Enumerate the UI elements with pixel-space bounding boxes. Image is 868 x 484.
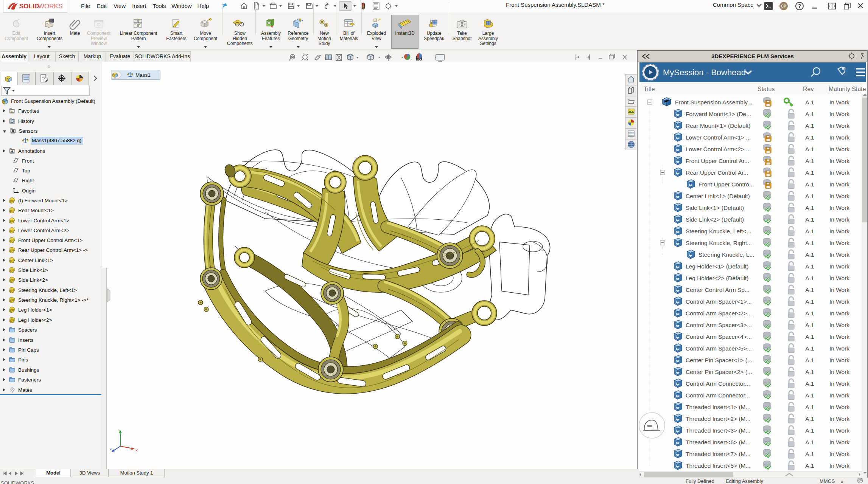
svg-text:Rear Upper Control Ar...: Rear Upper Control Ar...: [686, 169, 748, 176]
svg-text:In Work: In Work: [829, 451, 849, 457]
svg-text:Y: Y: [118, 429, 120, 433]
svg-text:A.1: A.1: [805, 263, 814, 270]
svg-text:In Work: In Work: [829, 134, 849, 141]
svg-text:Title: Title: [644, 86, 655, 92]
svg-text:A.1: A.1: [805, 181, 814, 188]
svg-text:WORKS: WORKS: [38, 3, 62, 10]
svg-text:Threaded Insert<1> (M...: Threaded Insert<1> (M...: [686, 404, 750, 410]
svg-text:Threaded Insert<5> (M...: Threaded Insert<5> (M...: [686, 462, 750, 469]
svg-text:In Work: In Work: [829, 427, 849, 434]
svg-text:Control Arm Connector...: Control Arm Connector...: [686, 380, 750, 387]
svg-text:In Work: In Work: [829, 99, 849, 105]
svg-text:A.1: A.1: [805, 205, 814, 211]
svg-text:Front Suspension Assembly...: Front Suspension Assembly...: [675, 99, 752, 105]
svg-text:In Work: In Work: [829, 462, 849, 469]
svg-text:Forward Mount<1> (De...: Forward Mount<1> (De...: [686, 111, 751, 117]
svg-text:Control Arm Spacer<4>...: Control Arm Spacer<4>...: [686, 334, 752, 340]
svg-text:Rev: Rev: [803, 86, 814, 92]
svg-text:In Work: In Work: [829, 146, 849, 152]
svg-text:A.1: A.1: [805, 158, 814, 164]
svg-text:A.1: A.1: [805, 298, 814, 305]
svg-text:In Work: In Work: [829, 298, 849, 305]
svg-text:Threaded Insert<3> (M...: Threaded Insert<3> (M...: [686, 427, 750, 434]
svg-text:A.1: A.1: [805, 416, 814, 422]
svg-text:Side Link<2> (Default): Side Link<2> (Default): [686, 216, 744, 223]
svg-text:Side Link<1> (Default): Side Link<1> (Default): [686, 205, 744, 211]
svg-text:Front Upper Control Ar...: Front Upper Control Ar...: [686, 158, 749, 164]
svg-text:In Work: In Work: [829, 322, 849, 328]
svg-text:A.1: A.1: [805, 146, 814, 152]
svg-text:Center Pin Spacer<1> (...: Center Pin Spacer<1> (...: [686, 357, 752, 363]
svg-text:Control Arm Connector...: Control Arm Connector...: [686, 392, 750, 399]
svg-text:In Work: In Work: [829, 369, 849, 375]
svg-text:In Work: In Work: [829, 439, 849, 445]
svg-text:In Work: In Work: [829, 334, 849, 340]
svg-text:In Work: In Work: [829, 345, 849, 352]
svg-text:SOLID: SOLID: [19, 3, 39, 10]
svg-text:Center Pin Spacer<2> (...: Center Pin Spacer<2> (...: [686, 369, 752, 375]
svg-text:X: X: [135, 448, 138, 452]
svg-text:Leg Holder<1> (Default): Leg Holder<1> (Default): [686, 263, 748, 270]
svg-text:Threaded Insert<2> (M...: Threaded Insert<2> (M...: [686, 416, 750, 422]
svg-text:A.1: A.1: [805, 462, 814, 469]
svg-text:Center Link<1> (Default): Center Link<1> (Default): [686, 193, 750, 199]
svg-text:Steering Knuckle, Right...: Steering Knuckle, Right...: [686, 240, 752, 246]
svg-text:A.1: A.1: [805, 275, 814, 281]
svg-text:In Work: In Work: [829, 181, 849, 188]
svg-text:In Work: In Work: [829, 240, 849, 246]
svg-text:A.1: A.1: [805, 251, 814, 258]
svg-text:Threaded Insert<6> (M...: Threaded Insert<6> (M...: [686, 439, 750, 445]
svg-text:A.1: A.1: [805, 240, 814, 246]
svg-text:In Work: In Work: [829, 380, 849, 387]
svg-text:In Work: In Work: [829, 275, 849, 281]
svg-text:Control Arm Spacer<5>...: Control Arm Spacer<5>...: [686, 345, 752, 352]
svg-text:A.1: A.1: [805, 369, 814, 375]
svg-text:A.1: A.1: [805, 193, 814, 199]
svg-text:Mass1: Mass1: [135, 72, 151, 78]
svg-text:★: ★: [11, 109, 14, 113]
svg-text:In Work: In Work: [829, 251, 849, 258]
svg-text:Z: Z: [110, 447, 112, 451]
svg-text:A.1: A.1: [805, 392, 814, 399]
svg-text:A.1: A.1: [805, 380, 814, 387]
svg-text:A.1: A.1: [805, 123, 814, 129]
svg-text:Control Arm Spacer<2>...: Control Arm Spacer<2>...: [686, 310, 752, 316]
svg-text:A.1: A.1: [805, 228, 814, 234]
svg-text:Front Upper Contro...: Front Upper Contro...: [698, 181, 754, 188]
svg-text:In Work: In Work: [829, 404, 849, 410]
svg-text:In Work: In Work: [829, 263, 849, 270]
svg-text:Maturity State: Maturity State: [829, 86, 866, 92]
svg-text:A.1: A.1: [805, 111, 814, 117]
svg-text:A: A: [11, 149, 13, 153]
svg-text:A.1: A.1: [805, 404, 814, 410]
svg-text:A.1: A.1: [805, 334, 814, 340]
svg-text:A.1: A.1: [805, 169, 814, 176]
svg-text:CP: CP: [781, 4, 786, 8]
svg-text:In Work: In Work: [829, 287, 849, 293]
svg-text:In Work: In Work: [829, 169, 849, 176]
svg-text:A.1: A.1: [805, 310, 814, 316]
svg-text:Steering Knuckle, L...: Steering Knuckle, L...: [698, 251, 754, 258]
svg-text:A.1: A.1: [805, 287, 814, 293]
svg-text:In Work: In Work: [829, 228, 849, 234]
svg-text:Status: Status: [758, 86, 775, 92]
svg-text:In Work: In Work: [829, 123, 849, 129]
svg-text:In Work: In Work: [829, 416, 849, 422]
svg-text:A.1: A.1: [805, 345, 814, 352]
svg-text:In Work: In Work: [829, 205, 849, 211]
svg-text:A.1: A.1: [805, 134, 814, 141]
svg-text:Center Control Arm Sp...: Center Control Arm Sp...: [686, 287, 750, 293]
svg-text:A.1: A.1: [805, 99, 814, 105]
svg-text:Lower Control Arm<1> ...: Lower Control Arm<1> ...: [686, 134, 751, 141]
svg-text:Rear Mount<1> (Default): Rear Mount<1> (Default): [686, 123, 750, 129]
svg-text:Steering Knuckle, Left<...: Steering Knuckle, Left<...: [686, 228, 751, 234]
svg-text:A.1: A.1: [805, 451, 814, 457]
svg-text:Control Arm Spacer<1>...: Control Arm Spacer<1>...: [686, 298, 752, 305]
svg-text:In Work: In Work: [829, 357, 849, 363]
svg-text:In Work: In Work: [829, 310, 849, 316]
svg-text:In Work: In Work: [829, 392, 849, 399]
svg-text:In Work: In Work: [829, 158, 849, 164]
svg-text:Leg Holder<2> (Default): Leg Holder<2> (Default): [686, 275, 748, 281]
svg-text:?: ?: [798, 3, 801, 9]
svg-text:In Work: In Work: [829, 111, 849, 117]
